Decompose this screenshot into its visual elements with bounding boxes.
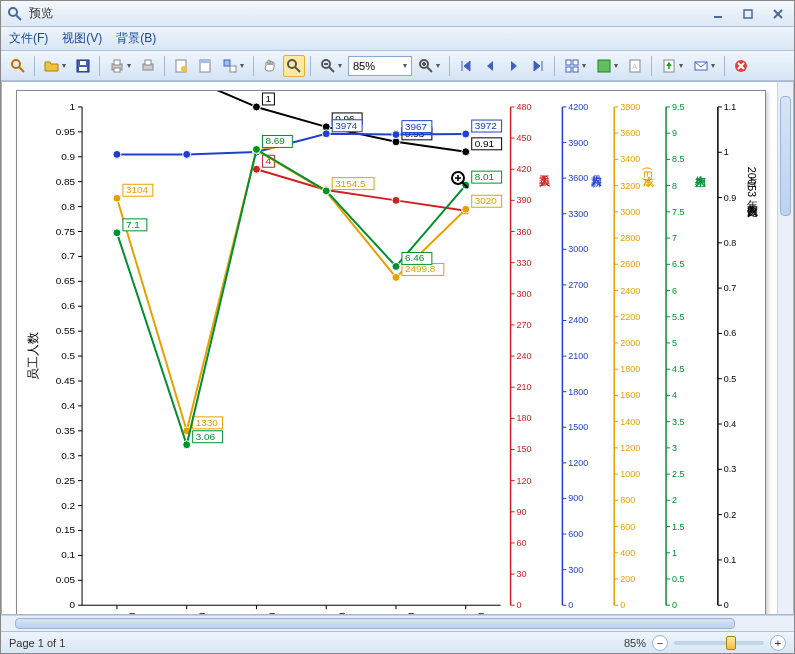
magnify-cursor-icon: [450, 170, 470, 193]
menu-view[interactable]: 视图(V): [62, 30, 102, 47]
svg-text:3400: 3400: [620, 154, 640, 164]
zoom-slider[interactable]: [674, 641, 764, 645]
scale-button[interactable]: [218, 55, 248, 77]
maximize-button[interactable]: [738, 6, 758, 22]
svg-text:200: 200: [620, 574, 635, 584]
hand-tool-button[interactable]: [259, 55, 281, 77]
svg-text:0.6: 0.6: [724, 328, 736, 338]
window-title: 预览: [29, 5, 708, 22]
svg-text:60: 60: [517, 538, 527, 548]
svg-text:3972: 3972: [475, 120, 498, 131]
search-icon[interactable]: [7, 55, 29, 77]
svg-text:4.5: 4.5: [672, 364, 684, 374]
zoom-percent: 85%: [624, 637, 646, 649]
svg-text:3900: 3900: [568, 138, 588, 148]
zoom-in-button[interactable]: [414, 55, 444, 77]
svg-rect-10: [80, 61, 86, 65]
page-setup-button[interactable]: [170, 55, 192, 77]
close-button[interactable]: [768, 6, 788, 22]
svg-text:0.6: 0.6: [61, 300, 75, 311]
svg-text:1.5: 1.5: [672, 522, 684, 532]
svg-point-284: [252, 103, 260, 111]
svg-text:2400: 2400: [568, 315, 588, 325]
menubar: 文件(F) 视图(V) 背景(B): [1, 27, 794, 51]
svg-text:0: 0: [672, 600, 677, 610]
svg-rect-33: [566, 67, 571, 72]
svg-text:0.2: 0.2: [724, 510, 736, 520]
prev-page-button[interactable]: [479, 55, 501, 77]
svg-text:0.75: 0.75: [56, 226, 76, 237]
svg-text:0.2: 0.2: [61, 500, 75, 511]
svg-text:成本(E): 成本(E): [642, 167, 654, 188]
svg-text:0.35: 0.35: [56, 425, 76, 436]
svg-text:4200: 4200: [568, 102, 588, 112]
svg-text:210: 210: [517, 382, 532, 392]
svg-text:7: 7: [672, 233, 677, 243]
first-page-button[interactable]: [455, 55, 477, 77]
svg-text:0: 0: [70, 599, 76, 610]
svg-text:0.8: 0.8: [724, 238, 736, 248]
svg-text:600: 600: [620, 522, 635, 532]
svg-text:0.7: 0.7: [724, 283, 736, 293]
last-page-button[interactable]: [527, 55, 549, 77]
svg-rect-21: [230, 66, 236, 72]
magnifier-tool-button[interactable]: [283, 55, 305, 77]
svg-point-17: [181, 66, 187, 72]
zoom-plus-button[interactable]: +: [770, 635, 786, 651]
svg-rect-20: [224, 60, 230, 66]
export-button[interactable]: [657, 55, 687, 77]
svg-text:900: 900: [568, 493, 583, 503]
svg-text:1: 1: [70, 101, 76, 112]
svg-text:0.9: 0.9: [61, 151, 75, 162]
svg-text:1: 1: [265, 93, 271, 104]
svg-text:2700: 2700: [568, 280, 588, 290]
statusbar: Page 1 of 1 85% − +: [1, 631, 794, 653]
watermark-button[interactable]: A: [624, 55, 646, 77]
vertical-scrollbar[interactable]: [777, 82, 793, 614]
zoom-out-button[interactable]: [316, 55, 346, 77]
svg-text:90: 90: [517, 507, 527, 517]
zoom-minus-button[interactable]: −: [652, 635, 668, 651]
svg-text:800: 800: [620, 495, 635, 505]
svg-text:3800: 3800: [620, 102, 640, 112]
svg-text:0.8: 0.8: [61, 201, 75, 212]
titlebar: 预览: [1, 1, 794, 27]
svg-text:2: 2: [672, 495, 677, 505]
svg-text:3000: 3000: [568, 244, 588, 254]
svg-line-30: [427, 67, 432, 72]
open-button[interactable]: [40, 55, 70, 77]
svg-text:1: 1: [672, 548, 677, 558]
quick-print-button[interactable]: [137, 55, 159, 77]
svg-text:3600: 3600: [568, 173, 588, 183]
menu-background[interactable]: 背景(B): [116, 30, 156, 47]
svg-text:6.5: 6.5: [672, 259, 684, 269]
save-button[interactable]: [72, 55, 94, 77]
next-page-button[interactable]: [503, 55, 525, 77]
horizontal-scrollbar[interactable]: [1, 615, 794, 631]
svg-point-308: [392, 131, 400, 139]
zoom-combo[interactable]: 85%: [348, 56, 412, 76]
svg-text:8.01: 8.01: [475, 171, 495, 182]
minimize-button[interactable]: [708, 6, 728, 22]
svg-text:0.4: 0.4: [724, 419, 736, 429]
svg-text:2400: 2400: [620, 286, 640, 296]
multipage-button[interactable]: [560, 55, 590, 77]
svg-point-296: [252, 165, 260, 173]
svg-text:6: 6: [672, 286, 677, 296]
menu-file[interactable]: 文件(F): [9, 30, 48, 47]
svg-point-326: [392, 273, 400, 281]
svg-text:0.65: 0.65: [56, 275, 76, 286]
svg-point-0: [9, 8, 17, 16]
svg-text:0.3: 0.3: [61, 450, 75, 461]
svg-text:A: A: [632, 62, 638, 71]
email-button[interactable]: [689, 55, 719, 77]
svg-rect-9: [79, 67, 87, 71]
print-button[interactable]: [105, 55, 135, 77]
header-footer-button[interactable]: [194, 55, 216, 77]
color-button[interactable]: [592, 55, 622, 77]
svg-point-332: [113, 229, 121, 237]
exit-button[interactable]: [730, 55, 752, 77]
svg-point-300: [392, 196, 400, 204]
svg-rect-32: [573, 60, 578, 65]
svg-text:0.45: 0.45: [56, 375, 76, 386]
